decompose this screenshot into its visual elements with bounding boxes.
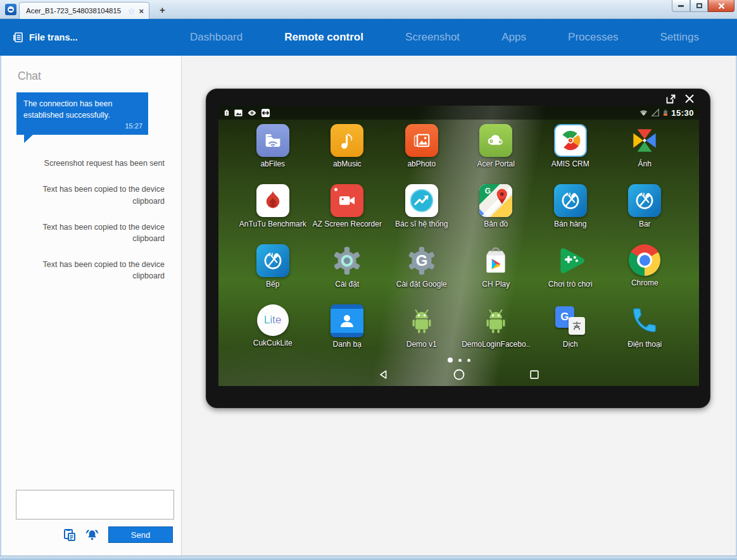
close-button[interactable] (708, 0, 734, 12)
app-anh-photos[interactable]: Ánh (608, 124, 683, 184)
settings-gear-icon (331, 244, 363, 277)
status-left-icons (224, 108, 270, 118)
app-contacts[interactable]: Danh bạ (310, 304, 385, 364)
app-label: Bán hàng (554, 220, 586, 228)
home-page-dots (218, 358, 699, 363)
app-demo-login-facebook[interactable]: DemoLoginFacebo.. (459, 304, 534, 364)
page-dot-active (448, 358, 453, 363)
bell-icon[interactable] (85, 528, 99, 541)
device-frame: 15:30 (206, 89, 710, 408)
app-phone[interactable]: Điện thoại (608, 304, 683, 364)
app-translate[interactable]: G Dịch (533, 304, 608, 364)
minimize-button[interactable] (672, 0, 690, 12)
system-message: Text has been copied to the device clipb… (35, 184, 165, 206)
tab-title: Acer_B1-723_548038104815 (26, 7, 125, 15)
new-tab-button[interactable]: + (156, 4, 169, 15)
az-recorder-app-icon (331, 184, 363, 217)
app-banhang[interactable]: Bán hàng (533, 184, 608, 244)
window-tab-bar: Acer_B1-723_548038104815 ☆ × + (0, 0, 737, 19)
phone-app-icon (628, 304, 661, 337)
cukcuklite-app-icon: Lite (257, 304, 289, 336)
app-chrome[interactable]: Chrome (608, 244, 683, 304)
status-right-icons: 15:30 (639, 108, 694, 118)
device-screen[interactable]: 15:30 (218, 106, 699, 386)
google-settings-gear-icon: G (405, 244, 438, 277)
clipboard-paste-icon[interactable] (63, 528, 76, 541)
cellular-signal-icon (651, 108, 660, 117)
send-label: Send (131, 530, 150, 540)
window-controls (672, 0, 734, 12)
app-label: CukCukLite (253, 339, 293, 347)
app-label: CH Play (482, 280, 510, 289)
app-bep[interactable]: Bếp (236, 244, 310, 304)
popout-icon[interactable] (664, 92, 677, 105)
home-button[interactable] (452, 368, 466, 382)
session-tab[interactable]: Acer_B1-723_548038104815 ☆ × (19, 2, 149, 19)
session-close-icon[interactable] (683, 92, 696, 105)
chat-message-text: The connection has been established succ… (23, 99, 112, 120)
chat-message-time: 15:27 (125, 121, 142, 132)
app-play-games[interactable]: Chơi trò chơi (533, 244, 608, 304)
chat-bubble-tail (24, 135, 33, 143)
play-games-app-icon (554, 244, 587, 277)
android-status-bar: 15:30 (218, 106, 699, 120)
google-g-glyph: G (415, 252, 427, 269)
send-button[interactable]: Send (108, 526, 173, 543)
maximize-button[interactable] (690, 0, 708, 12)
app-cukcuklite[interactable]: Lite CukCukLite (236, 304, 310, 364)
abmusic-app-icon (331, 124, 363, 157)
amis-crm-app-icon (554, 124, 587, 157)
cukcuk-sale-app-icon (554, 184, 587, 217)
app-demo-v1[interactable]: Demo v1 (384, 304, 459, 364)
tab-processes[interactable]: Processes (568, 31, 618, 44)
back-button[interactable] (377, 368, 391, 382)
app-abfiles[interactable]: abFiles (236, 124, 310, 184)
app-label: Bếp (266, 280, 279, 289)
app-abphoto[interactable]: abPhoto (384, 124, 459, 184)
acer-portal-app-icon (479, 124, 512, 157)
app-acer-portal[interactable]: Acer Portal (459, 124, 534, 184)
app-label: DemoLoginFacebo.. (462, 340, 530, 349)
chat-title: Chat (18, 70, 181, 83)
app-ch-play[interactable]: CH Play (459, 244, 534, 304)
app-bacsi-hethong[interactable]: Bác sĩ hệ thống (384, 184, 459, 244)
tab-apps[interactable]: Apps (501, 31, 526, 44)
android-nav-bar (218, 363, 699, 386)
teamviewer-logo-icon (5, 4, 16, 15)
app-label: Bản đồ (484, 220, 508, 228)
tab-remote-control[interactable]: Remote control (284, 31, 363, 44)
tab-settings[interactable]: Settings (660, 31, 699, 44)
app-label: Danh bạ (333, 340, 362, 349)
window-border-bottom (0, 556, 737, 560)
favorite-star-icon[interactable]: ☆ (128, 6, 135, 16)
app-label: Acer Portal (477, 159, 515, 168)
recents-button[interactable] (527, 368, 541, 382)
app-bar[interactable]: Bar (608, 184, 683, 244)
app-label: abMusic (333, 159, 362, 168)
app-abmusic[interactable]: abMusic (310, 124, 385, 184)
tab-dashboard[interactable]: Dashboard (190, 31, 243, 44)
app-google-settings[interactable]: G Cài đặt Google (384, 244, 459, 304)
battery-low-icon (662, 108, 669, 118)
app-label: abPhoto (407, 159, 436, 168)
app-maps[interactable]: G Bản đồ (459, 184, 534, 244)
app-label: Chơi trò chơi (548, 280, 593, 289)
file-transfer-button[interactable]: File trans... (13, 32, 78, 43)
android-robot-icon (405, 304, 438, 337)
tab-close-icon[interactable]: × (137, 6, 145, 16)
system-doctor-app-icon (405, 184, 438, 217)
maps-g-glyph: G (485, 187, 491, 196)
app-amis-crm[interactable]: AMIS CRM (533, 124, 608, 184)
system-message: Screenshot request has been sent (35, 158, 165, 169)
app-label: Bác sĩ hệ thống (395, 220, 448, 228)
wifi-icon (639, 108, 648, 117)
eye-icon (247, 108, 257, 118)
app-az-recorder[interactable]: AZ Screen Recorder (310, 184, 385, 244)
main-navbar: File trans... Dashboard Remote control S… (0, 19, 737, 56)
system-message: Text has been copied to the device clipb… (35, 259, 165, 282)
app-antutu[interactable]: AnTuTu Benchmark (236, 184, 310, 244)
tab-screenshot[interactable]: Screenshot (405, 31, 460, 44)
app-settings[interactable]: Cài đặt (310, 244, 385, 304)
app-label: AnTuTu Benchmark (239, 220, 306, 228)
chat-input[interactable] (16, 490, 174, 520)
